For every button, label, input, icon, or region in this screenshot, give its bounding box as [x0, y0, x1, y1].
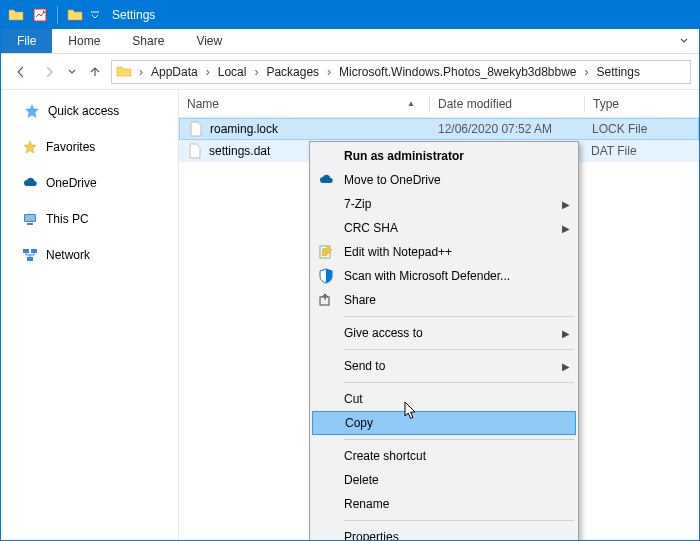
ctx-label: Delete [344, 473, 570, 487]
file-name: roaming.lock [210, 122, 278, 136]
ctx-label: CRC SHA [344, 221, 562, 235]
breadcrumb[interactable]: Packages [261, 61, 324, 83]
ctx-label: Run as administrator [344, 149, 570, 163]
properties-icon[interactable] [29, 4, 51, 26]
ctx-label: Cut [344, 392, 570, 406]
ctx-label: 7-Zip [344, 197, 562, 211]
qat-separator [57, 6, 58, 24]
blank-icon [316, 494, 336, 514]
ctx-seven-zip[interactable]: 7-Zip ▶ [312, 192, 576, 216]
network-icon [22, 247, 38, 263]
title-bar: Settings [1, 1, 699, 29]
ribbon-tabs: File Home Share View [1, 29, 699, 54]
chevron-right-icon[interactable]: › [136, 61, 146, 83]
ctx-rename[interactable]: Rename [312, 492, 576, 516]
up-button[interactable] [83, 60, 107, 84]
blank-icon [316, 356, 336, 376]
address-bar[interactable]: › AppData › Local › Packages › Microsoft… [111, 60, 691, 84]
star-icon [24, 103, 40, 119]
menu-separator [344, 316, 574, 317]
ctx-share[interactable]: Share [312, 288, 576, 312]
cloud-icon [22, 175, 38, 191]
ctx-label: Copy [345, 416, 569, 430]
nav-label: This PC [46, 212, 89, 226]
ctx-run-as-admin[interactable]: Run as administrator [312, 144, 576, 168]
column-name[interactable]: Name ▲ [179, 90, 429, 117]
ctx-crc-sha[interactable]: CRC SHA ▶ [312, 216, 576, 240]
nav-onedrive[interactable]: OneDrive [4, 170, 175, 196]
blank-icon [316, 470, 336, 490]
ctx-copy[interactable]: Copy [312, 411, 576, 435]
new-folder-icon[interactable] [64, 4, 86, 26]
folder-icon [116, 63, 134, 81]
blank-icon [316, 446, 336, 466]
chevron-right-icon[interactable]: › [582, 61, 592, 83]
column-label: Type [593, 97, 619, 111]
tab-home[interactable]: Home [52, 29, 116, 53]
notepad-icon [316, 242, 336, 262]
ribbon-expand-icon[interactable] [669, 29, 699, 53]
nav-label: Network [46, 248, 90, 262]
blank-icon [316, 194, 336, 214]
nav-quick-access[interactable]: Quick access [6, 98, 175, 124]
qat-customize-icon[interactable] [88, 4, 102, 26]
forward-button[interactable] [37, 60, 61, 84]
blank-icon [316, 389, 336, 409]
ctx-scan-defender[interactable]: Scan with Microsoft Defender... [312, 264, 576, 288]
ctx-create-shortcut[interactable]: Create shortcut [312, 444, 576, 468]
chevron-right-icon: ▶ [562, 223, 570, 234]
nav-label: Quick access [48, 104, 119, 118]
blank-icon [316, 146, 336, 166]
file-icon [187, 143, 203, 159]
breadcrumb[interactable]: Microsoft.Windows.Photos_8wekyb3d8bbwe [334, 61, 581, 83]
cloud-icon [316, 170, 336, 190]
ctx-delete[interactable]: Delete [312, 468, 576, 492]
column-label: Date modified [438, 97, 512, 111]
ctx-give-access[interactable]: Give access to ▶ [312, 321, 576, 345]
back-button[interactable] [9, 60, 33, 84]
tab-share[interactable]: Share [116, 29, 180, 53]
chevron-right-icon[interactable]: › [324, 61, 334, 83]
breadcrumb[interactable]: Local [213, 61, 252, 83]
column-label: Name [187, 97, 219, 111]
navigation-pane: Quick access Favorites OneDrive This PC [1, 90, 179, 540]
ctx-cut[interactable]: Cut [312, 387, 576, 411]
chevron-right-icon[interactable]: › [203, 61, 213, 83]
ctx-properties[interactable]: Properties [312, 525, 576, 541]
tab-view[interactable]: View [180, 29, 238, 53]
breadcrumb[interactable]: AppData [146, 61, 203, 83]
ctx-label: Move to OneDrive [344, 173, 570, 187]
nav-label: Favorites [46, 140, 95, 154]
star-icon [22, 139, 38, 155]
nav-label: OneDrive [46, 176, 97, 190]
ctx-send-to[interactable]: Send to ▶ [312, 354, 576, 378]
blank-icon [316, 527, 336, 541]
ctx-label: Rename [344, 497, 570, 511]
column-date[interactable]: Date modified [430, 90, 584, 117]
recent-locations-button[interactable] [65, 60, 79, 84]
quick-access-toolbar [5, 4, 102, 26]
chevron-right-icon[interactable]: › [251, 61, 261, 83]
column-type[interactable]: Type [585, 90, 699, 117]
ctx-move-to-onedrive[interactable]: Move to OneDrive [312, 168, 576, 192]
shield-icon [316, 266, 336, 286]
nav-network[interactable]: Network [4, 242, 175, 268]
context-menu: Run as administrator Move to OneDrive 7-… [309, 141, 579, 541]
share-icon [316, 290, 336, 310]
blank-icon [316, 323, 336, 343]
folder-icon[interactable] [5, 4, 27, 26]
ctx-label: Share [344, 293, 570, 307]
file-row[interactable]: roaming.lock 12/06/2020 07:52 AM LOCK Fi… [179, 118, 699, 140]
svg-rect-6 [27, 257, 33, 261]
ctx-label: Give access to [344, 326, 562, 340]
navigation-bar: › AppData › Local › Packages › Microsoft… [1, 54, 699, 90]
file-date: 12/06/2020 07:52 AM [430, 122, 584, 136]
file-tab[interactable]: File [1, 29, 52, 53]
computer-icon [22, 211, 38, 227]
breadcrumb[interactable]: Settings [592, 61, 645, 83]
chevron-right-icon: ▶ [562, 199, 570, 210]
column-headers: Name ▲ Date modified Type [179, 90, 699, 118]
nav-this-pc[interactable]: This PC [4, 206, 175, 232]
nav-favorites[interactable]: Favorites [4, 134, 175, 160]
ctx-edit-notepad[interactable]: Edit with Notepad++ [312, 240, 576, 264]
